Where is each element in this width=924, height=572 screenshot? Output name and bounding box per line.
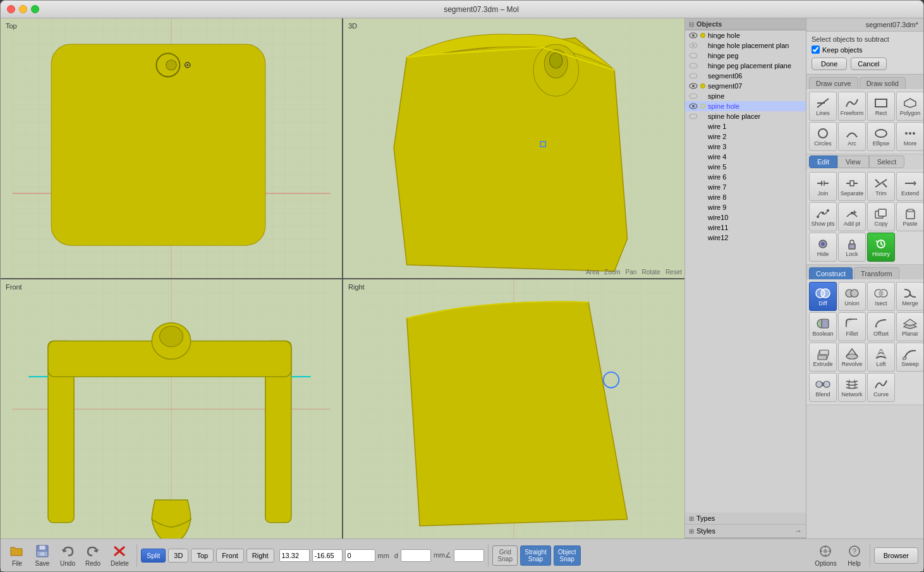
tool-circles[interactable]: Circles (809, 122, 837, 151)
keep-objects-label[interactable]: Keep objects (822, 46, 863, 54)
toolbar-options[interactable]: Options (811, 542, 840, 568)
tool-offset[interactable]: Offset (867, 312, 895, 341)
browser-button[interactable]: Browser (874, 547, 918, 564)
types-row[interactable]: ⊞ Types (685, 513, 806, 525)
minimize-button[interactable] (19, 5, 27, 13)
viewport-3d[interactable]: 3D (343, 18, 684, 278)
toolbar-file[interactable]: File (6, 542, 28, 568)
tool-sweep[interactable]: Sweep (896, 343, 923, 372)
tool-boolean[interactable]: Boolean (809, 312, 837, 341)
tool-isect[interactable]: Isect (867, 282, 895, 311)
list-item[interactable]: spine hole placer (685, 111, 806, 121)
tool-network[interactable]: Network (838, 373, 866, 402)
view-btn-split[interactable]: Split (141, 549, 166, 563)
subtract-panel: Select objects to subtract Keep objects … (806, 32, 923, 75)
list-item[interactable]: wire 8 (685, 192, 806, 202)
tab-draw-curve[interactable]: Draw curve (809, 77, 858, 89)
list-item[interactable]: wire12 (685, 233, 806, 243)
coord-x[interactable] (279, 549, 310, 562)
tool-revolve[interactable]: Revolve (838, 343, 866, 372)
tool-union[interactable]: Union (838, 282, 866, 311)
list-item[interactable]: wire 3 (685, 142, 806, 152)
toolbar-help[interactable]: ? Help (843, 542, 866, 568)
tool-ellipse[interactable]: Ellipse (867, 122, 895, 151)
straight-snap-btn[interactable]: Straight Snap (520, 545, 550, 566)
tool-join[interactable]: Join (809, 172, 837, 201)
toolbar-delete[interactable]: Delete (107, 542, 133, 568)
list-item[interactable]: segment06 (685, 71, 806, 81)
tool-copy[interactable]: Copy (867, 202, 895, 231)
tool-history[interactable]: History (867, 233, 895, 262)
list-item[interactable]: spine (685, 91, 806, 101)
list-item[interactable]: wire 7 (685, 182, 806, 192)
keep-objects-checkbox[interactable] (812, 46, 820, 54)
view-btn-right[interactable]: Right (246, 549, 274, 563)
list-item[interactable]: wire11 (685, 222, 806, 233)
d-input[interactable] (401, 549, 431, 562)
coord-y[interactable] (312, 549, 343, 562)
tool-fillet[interactable]: Fillet (838, 312, 866, 341)
tab-edit[interactable]: Edit (809, 155, 837, 168)
tab-select[interactable]: Select (869, 155, 905, 168)
view-btn-front[interactable]: Front (216, 549, 244, 563)
list-item-selected[interactable]: spine hole (685, 101, 806, 111)
list-item[interactable]: wire 2 (685, 131, 806, 142)
tool-arc[interactable]: Arc (838, 122, 866, 151)
toolbar-redo[interactable]: Redo (82, 542, 104, 568)
list-item[interactable]: wire 9 (685, 202, 806, 212)
toolbar-undo[interactable]: Undo (56, 542, 79, 568)
styles-arrow[interactable]: → (794, 526, 802, 535)
cancel-button[interactable]: Cancel (851, 58, 886, 70)
tool-paste[interactable]: Paste (896, 202, 923, 231)
list-item[interactable]: hinge peg (685, 51, 806, 61)
tool-blend[interactable]: Blend (809, 373, 837, 402)
tool-freeform[interactable]: Freeform (838, 92, 866, 121)
tool-planar[interactable]: Planar (896, 312, 923, 341)
tab-construct[interactable]: Construct (809, 267, 853, 279)
tool-rect[interactable]: Rect (867, 92, 895, 121)
tool-curve[interactable]: Curve (867, 373, 895, 402)
list-item[interactable]: wire 1 (685, 121, 806, 131)
list-item[interactable]: hinge peg placement plane (685, 61, 806, 71)
maximize-button[interactable] (31, 5, 39, 13)
tool-lock[interactable]: Lock (838, 233, 866, 262)
object-snap-btn[interactable]: Object Snap (554, 545, 581, 566)
list-item[interactable]: hinge hole placement plan (685, 40, 806, 51)
list-item[interactable]: wire 6 (685, 172, 806, 182)
tab-view[interactable]: View (837, 155, 869, 168)
tool-polygon[interactable]: Polygon (896, 92, 923, 121)
coord-z[interactable] (345, 549, 375, 562)
tool-diff[interactable]: Diff (809, 282, 837, 311)
tool-extend[interactable]: Extend (896, 172, 923, 201)
tool-hide[interactable]: Hide (809, 233, 837, 262)
tool-more[interactable]: More (896, 122, 923, 151)
angle-input[interactable] (454, 549, 484, 562)
tool-separate[interactable]: Separate (838, 172, 866, 201)
tool-extrude[interactable]: Extrude (809, 343, 837, 372)
done-button[interactable]: Done (812, 58, 847, 70)
grid-snap-btn[interactable]: Grid Snap (492, 545, 518, 566)
view-btn-top[interactable]: Top (191, 549, 214, 563)
tool-addpt[interactable]: Add pt (838, 202, 866, 231)
tool-showpts[interactable]: Show pts (809, 202, 837, 231)
viewport-front[interactable]: Front (1, 279, 342, 539)
tool-merge[interactable]: Merge (896, 282, 923, 311)
viewport-right[interactable]: Right (343, 279, 684, 539)
tool-loft[interactable]: Loft (867, 343, 895, 372)
viewport-top[interactable]: Top (1, 18, 342, 278)
list-item[interactable]: hinge hole (685, 30, 806, 40)
objects-header[interactable]: ⊟ Objects (685, 18, 806, 30)
tab-transform[interactable]: Transform (854, 267, 899, 279)
list-item[interactable]: segment07 (685, 81, 806, 91)
list-item[interactable]: wire 5 (685, 162, 806, 172)
list-item[interactable]: wire 4 (685, 152, 806, 162)
tab-draw-solid[interactable]: Draw solid (860, 77, 906, 89)
styles-row[interactable]: ⊞ Styles → (685, 525, 806, 538)
close-button[interactable] (7, 5, 15, 13)
view-btn-3d[interactable]: 3D (168, 549, 188, 563)
toolbar-save[interactable]: Save (31, 542, 54, 568)
bottom-toolbar: File Save Undo (1, 539, 923, 571)
tool-trim[interactable]: Trim (867, 172, 895, 201)
tool-lines[interactable]: Lines (809, 92, 837, 121)
list-item[interactable]: wire10 (685, 212, 806, 222)
